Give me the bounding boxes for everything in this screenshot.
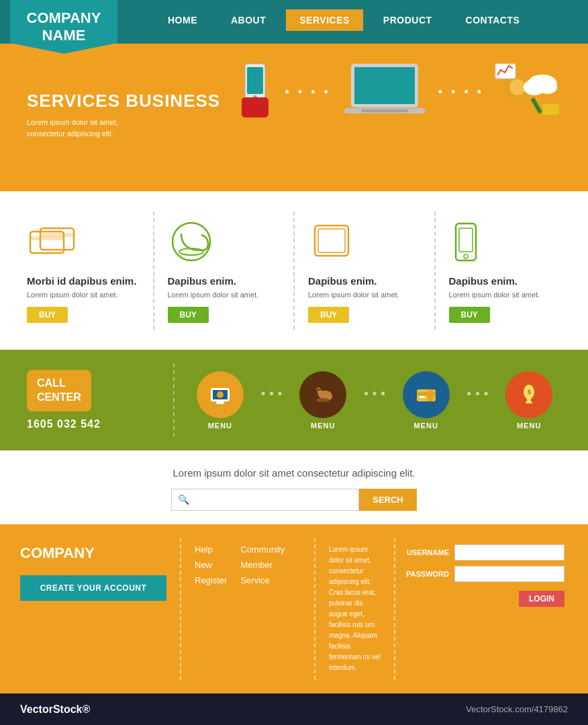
search-icon: 🔍 (178, 494, 189, 505)
menu-icon-1 (197, 371, 244, 418)
feature-2: Dapibus enim. Lorem ipsum dolor sit amet… (154, 211, 295, 330)
cloud-icon (494, 60, 561, 124)
svg-rect-22 (315, 226, 348, 256)
svg-point-29 (217, 391, 224, 398)
username-row: USERNAME (405, 544, 565, 561)
menu-item-3: MENU (403, 371, 450, 430)
call-center-info: CALL CENTER 1605 032 542 (13, 363, 175, 437)
svg-point-9 (509, 79, 526, 95)
footer-links-col1: Help New Register (195, 544, 227, 585)
footer-company-col: COMPANY CREATE YOUR ACCOUNT (13, 538, 181, 680)
footer-link-register[interactable]: Register (195, 575, 227, 585)
svg-text:$: $ (528, 389, 531, 395)
nav-product[interactable]: PRODUCT (370, 9, 446, 31)
feature-4-desc: Lorem ipsum dolor sit amet. (449, 290, 562, 300)
menu-label-1: MENU (197, 422, 244, 430)
password-input[interactable] (454, 566, 565, 582)
svg-rect-38 (526, 401, 532, 403)
menu-label-4: MENU (505, 422, 552, 430)
svg-rect-19 (40, 233, 74, 237)
feature-3: Dapibus enim. Lorem ipsum dolor sit amet… (295, 211, 436, 330)
svg-rect-25 (459, 228, 473, 252)
credit-card-icon (27, 218, 140, 265)
svg-rect-5 (354, 67, 415, 104)
logo-line2: NAME (42, 27, 86, 44)
search-button[interactable]: SERCH (359, 489, 417, 511)
menu-icon-3 (403, 371, 450, 418)
svg-rect-7 (361, 109, 408, 112)
coffee-cup-icon (168, 218, 281, 265)
laptop-icon (341, 57, 428, 127)
menu-items: MENU • • • MENU • • • (175, 371, 575, 430)
footer-links: Help New Register Community Member Servi… (195, 544, 301, 585)
footer-links-col2: Community Member Service (240, 544, 285, 585)
svg-rect-30 (216, 401, 224, 404)
vectorstock-bar: VectorStock® VectorStock.com/4179862 (0, 693, 588, 725)
hero-desc2: consectetur adipiscing elit. (27, 128, 561, 140)
footer-link-help[interactable]: Help (195, 544, 227, 554)
feature-1-buy-btn[interactable]: BUY (27, 307, 68, 323)
feature-1-desc: Lorem ipsum dolor sit amet. (27, 290, 140, 300)
footer: COMPANY CREATE YOUR ACCOUNT Help New Reg… (0, 524, 588, 693)
feature-2-buy-btn[interactable]: BUY (168, 307, 209, 323)
svg-point-12 (538, 81, 557, 94)
nav-services[interactable]: SERVICES (286, 9, 363, 31)
nav-contacts[interactable]: CONTACTS (452, 9, 534, 31)
call-center-phone: 1605 032 542 (27, 418, 160, 430)
logo-line1: COMPANY (27, 9, 101, 27)
footer-link-community[interactable]: Community (240, 544, 285, 554)
feature-1: Morbi id dapibus enim. Lorem ipsum dolor… (13, 211, 154, 330)
create-account-button[interactable]: CREATE YOUR ACCOUNT (20, 575, 166, 601)
menu-item-1: MENU (197, 371, 244, 430)
footer-lorem-col: Lorem ipsum dolor sit amet, consectetur … (315, 538, 395, 680)
tablet-icon (308, 218, 421, 265)
svg-rect-13 (530, 97, 542, 114)
username-input[interactable] (454, 544, 565, 561)
password-label: PASSWORD (405, 570, 449, 578)
search-section: Lorem ipsum dolor sit amet consectetur a… (0, 450, 588, 524)
menu-icon-2 (299, 371, 346, 418)
call-center-label: CALL CENTER (27, 370, 91, 412)
nav-links: HOME ABOUT SERVICES PRODUCT CONTACTS (154, 9, 533, 31)
login-button[interactable]: LOGIN (519, 591, 565, 607)
menu-item-2: MENU (299, 371, 346, 430)
svg-rect-3 (242, 97, 268, 117)
feature-2-desc: Lorem ipsum dolor sit amet. (168, 290, 281, 300)
footer-company-name: COMPANY (20, 544, 166, 562)
svg-rect-1 (247, 67, 263, 94)
feature-2-title: Dapibus enim. (168, 275, 281, 287)
svg-point-31 (316, 398, 330, 402)
feature-4: Dapibus enim. Lorem ipsum dolor sit amet… (436, 211, 575, 330)
footer-link-service[interactable]: Service (240, 575, 285, 585)
menu-label-2: MENU (299, 422, 346, 430)
feature-4-buy-btn[interactable]: BUY (449, 307, 490, 323)
vectorstock-url: VectorStock.com/4179862 (466, 704, 568, 714)
hero-section: SERVICES BUSINESS Lorem ipsum dolor sit … (0, 44, 588, 191)
nav-home[interactable]: HOME (154, 9, 211, 31)
menu-icon-4: $ (505, 371, 552, 418)
svg-rect-35 (428, 389, 433, 401)
footer-links-col: Help New Register Community Member Servi… (181, 538, 315, 680)
feature-3-title: Dapibus enim. (308, 275, 421, 287)
svg-point-26 (464, 254, 468, 258)
logo: COMPANY NAME (10, 0, 117, 54)
call-center-section: CALL CENTER 1605 032 542 MENU • • • (0, 350, 588, 450)
nav-about[interactable]: ABOUT (217, 9, 279, 31)
username-label: USERNAME (405, 548, 449, 557)
menu-item-4: $ MENU (505, 371, 552, 430)
feature-1-title: Morbi id dapibus enim. (27, 275, 140, 287)
menu-label-3: MENU (403, 422, 450, 430)
password-row: PASSWORD (405, 566, 565, 582)
feature-3-buy-btn[interactable]: BUY (308, 307, 349, 323)
mobile-icon (449, 218, 562, 265)
svg-rect-23 (318, 229, 345, 252)
footer-link-new[interactable]: New (195, 560, 227, 570)
footer-link-member[interactable]: Member (240, 560, 285, 570)
vectorstock-brand: VectorStock® (20, 704, 90, 716)
footer-lorem-text: Lorem ipsum dolor sit amet, consectetur … (329, 544, 381, 673)
footer-login-col: USERNAME PASSWORD LOGIN (395, 538, 575, 680)
search-input[interactable] (171, 489, 359, 511)
search-input-wrapper: 🔍 (171, 489, 359, 511)
features-section: Morbi id dapibus enim. Lorem ipsum dolor… (0, 191, 588, 350)
search-tagline: Lorem ipsum dolor sit amet consectetur a… (13, 467, 575, 479)
